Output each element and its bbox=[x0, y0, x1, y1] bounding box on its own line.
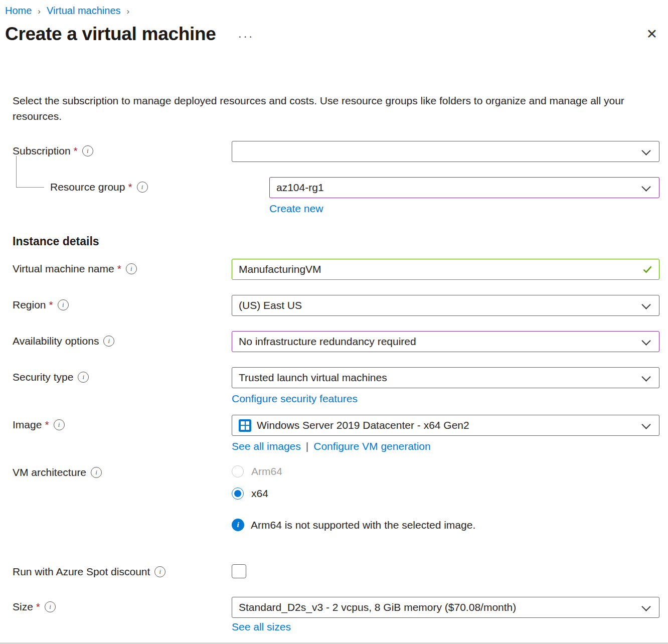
info-icon[interactable]: i bbox=[91, 467, 102, 478]
configure-security-features-link[interactable]: Configure security features bbox=[232, 393, 358, 405]
availability-control: No infrastructure redundancy required bbox=[232, 331, 659, 352]
title-row: Create a virtual machine ··· ✕ bbox=[5, 24, 659, 45]
chevron-down-icon bbox=[641, 420, 650, 429]
vm-architecture-row: VM architecture i Arm64 x64 i Arm64 i bbox=[13, 462, 659, 531]
spot-discount-checkbox[interactable] bbox=[232, 564, 246, 578]
resource-group-dropdown[interactable]: az104-rg1 bbox=[269, 177, 659, 198]
size-label: Size bbox=[13, 601, 33, 613]
info-icon[interactable]: i bbox=[54, 419, 65, 430]
breadcrumb: Home › Virtual machines › bbox=[5, 5, 659, 17]
availability-value: No infrastructure redundancy required bbox=[239, 336, 416, 348]
valid-check-icon bbox=[642, 264, 652, 274]
region-label-cell: Region * i bbox=[13, 295, 232, 315]
image-control: Windows Server 2019 Datacenter - x64 Gen… bbox=[232, 415, 659, 452]
spot-checkbox-wrap bbox=[232, 562, 659, 578]
required-asterisk: * bbox=[117, 263, 121, 275]
size-control: Standard_D2s_v3 - 2 vcpus, 8 GiB memory … bbox=[232, 597, 659, 633]
page-title: Create a virtual machine bbox=[5, 24, 216, 45]
breadcrumb-separator-icon: › bbox=[127, 7, 130, 17]
resource-group-label-cell: Resource group * i bbox=[13, 177, 269, 197]
close-icon[interactable]: ✕ bbox=[644, 25, 659, 43]
basics-form: Subscription * i Resource group * i bbox=[13, 141, 659, 633]
size-dropdown[interactable]: Standard_D2s_v3 - 2 vcpus, 8 GiB memory … bbox=[232, 597, 659, 618]
spot-discount-control bbox=[232, 562, 659, 578]
subscription-label-cell: Subscription * i bbox=[13, 141, 232, 161]
subscription-label: Subscription bbox=[13, 145, 71, 157]
vm-architecture-label: VM architecture bbox=[13, 466, 86, 478]
resource-group-label: Resource group bbox=[50, 181, 125, 193]
breadcrumb-home[interactable]: Home bbox=[5, 5, 32, 17]
availability-label: Availability options bbox=[13, 335, 99, 347]
radio-x64[interactable]: x64 bbox=[232, 488, 268, 500]
required-asterisk: * bbox=[45, 419, 49, 431]
vm-name-label-cell: Virtual machine name * i bbox=[13, 259, 232, 279]
vm-name-field bbox=[232, 259, 659, 280]
size-value: Standard_D2s_v3 - 2 vcpus, 8 GiB memory … bbox=[239, 601, 516, 613]
chevron-down-icon bbox=[641, 602, 650, 611]
availability-dropdown[interactable]: No infrastructure redundancy required bbox=[232, 331, 659, 352]
info-icon[interactable]: i bbox=[103, 336, 114, 347]
vm-name-row: Virtual machine name * i bbox=[13, 259, 659, 280]
region-value: (US) East US bbox=[239, 299, 302, 311]
image-links: See all images | Configure VM generation bbox=[232, 440, 659, 452]
instance-details-heading: Instance details bbox=[13, 235, 659, 248]
size-row: Size * i Standard_D2s_v3 - 2 vcpus, 8 Gi… bbox=[13, 597, 659, 633]
radio-x64-label: x64 bbox=[251, 488, 268, 500]
radio-arm64-label: Arm64 bbox=[251, 465, 282, 477]
see-all-images-link[interactable]: See all images bbox=[232, 440, 301, 452]
chevron-down-icon bbox=[641, 300, 650, 309]
breadcrumb-separator-icon: › bbox=[38, 7, 41, 17]
security-type-label: Security type bbox=[13, 371, 73, 383]
link-separator: | bbox=[306, 440, 308, 452]
see-all-sizes-link[interactable]: See all sizes bbox=[232, 621, 291, 633]
info-icon[interactable]: i bbox=[126, 263, 137, 274]
resource-group-value: az104-rg1 bbox=[276, 182, 324, 194]
spot-discount-label-cell: Run with Azure Spot discount i bbox=[13, 562, 232, 582]
create-new-link[interactable]: Create new bbox=[269, 203, 323, 215]
image-label: Image bbox=[13, 419, 42, 431]
info-icon[interactable]: i bbox=[137, 182, 148, 193]
image-row: Image * i Windows Server 2019 Datacenter… bbox=[13, 415, 659, 452]
vm-name-control bbox=[232, 259, 659, 280]
region-row: Region * i (US) East US bbox=[13, 295, 659, 316]
availability-label-cell: Availability options i bbox=[13, 331, 232, 351]
info-icon[interactable]: i bbox=[154, 566, 165, 577]
region-dropdown[interactable]: (US) East US bbox=[232, 295, 659, 316]
info-icon[interactable]: i bbox=[45, 601, 56, 612]
security-type-row: Security type i Trusted launch virtual m… bbox=[13, 367, 659, 405]
chevron-down-icon bbox=[641, 336, 650, 345]
required-asterisk: * bbox=[49, 299, 53, 311]
tree-connector bbox=[16, 156, 44, 188]
size-label-cell: Size * i bbox=[13, 597, 232, 617]
image-dropdown[interactable]: Windows Server 2019 Datacenter - x64 Gen… bbox=[232, 415, 659, 436]
vm-architecture-control: Arm64 x64 i Arm64 is not supported with … bbox=[232, 462, 659, 531]
breadcrumb-virtual-machines[interactable]: Virtual machines bbox=[47, 5, 120, 17]
image-label-cell: Image * i bbox=[13, 415, 232, 435]
intro-text: Select the subscription to manage deploy… bbox=[13, 93, 645, 124]
resource-group-control: az104-rg1 Create new bbox=[269, 177, 659, 215]
arch-info-message: i Arm64 is not supported with the select… bbox=[232, 519, 659, 531]
more-options-icon[interactable]: ··· bbox=[238, 30, 254, 43]
radio-unselected-icon bbox=[232, 465, 244, 477]
configure-vm-generation-link[interactable]: Configure VM generation bbox=[313, 440, 430, 452]
radio-selected-icon bbox=[232, 488, 244, 500]
chevron-down-icon bbox=[641, 372, 650, 381]
windows-logo-icon bbox=[239, 419, 251, 432]
subscription-row: Subscription * i bbox=[13, 141, 659, 162]
availability-row: Availability options i No infrastructure… bbox=[13, 331, 659, 352]
image-value: Windows Server 2019 Datacenter - x64 Gen… bbox=[257, 419, 469, 431]
region-label: Region bbox=[13, 299, 46, 311]
info-filled-icon: i bbox=[232, 519, 244, 531]
security-type-dropdown[interactable]: Trusted launch virtual machines bbox=[232, 367, 659, 388]
info-icon[interactable]: i bbox=[58, 299, 69, 310]
vm-architecture-radio-group: Arm64 x64 bbox=[232, 462, 659, 500]
chevron-down-icon bbox=[641, 146, 650, 155]
info-icon[interactable]: i bbox=[82, 145, 93, 156]
subscription-dropdown[interactable] bbox=[232, 141, 659, 162]
info-icon[interactable]: i bbox=[78, 372, 89, 383]
security-type-label-cell: Security type i bbox=[13, 367, 232, 387]
vm-name-input[interactable] bbox=[232, 259, 659, 279]
create-vm-page: Home › Virtual machines › Create a virtu… bbox=[0, 0, 668, 633]
spot-discount-label: Run with Azure Spot discount bbox=[13, 566, 150, 578]
required-asterisk: * bbox=[74, 145, 78, 157]
